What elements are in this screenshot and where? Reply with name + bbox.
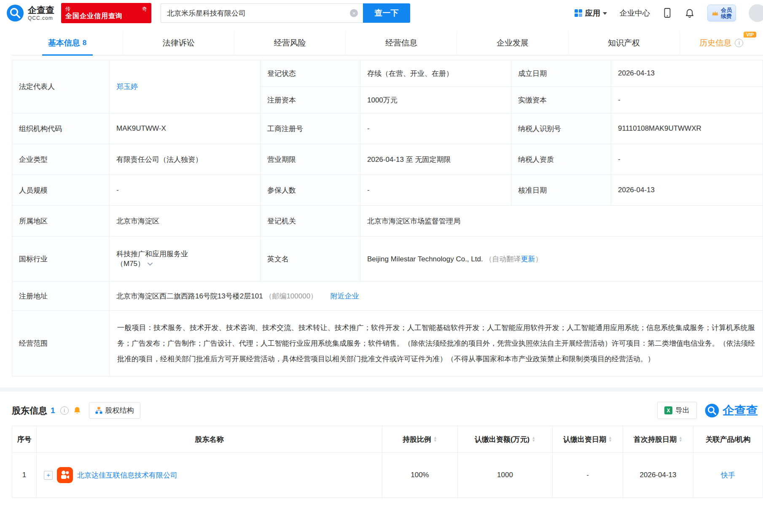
- company-type-label: 企业类型: [19, 156, 48, 164]
- english-name-label: 英文名: [267, 255, 289, 263]
- sort-icon-amount[interactable]: ▲▼: [532, 436, 535, 442]
- col-ratio-label: 持股比例: [403, 435, 431, 444]
- shareholder-amount: 1000: [497, 471, 513, 479]
- tab-basic-info[interactable]: 基本信息 8: [12, 31, 123, 55]
- notification-bell-icon[interactable]: [685, 8, 695, 19]
- col-index: 序号: [12, 426, 37, 453]
- banner-text: 全国企业信用查询: [65, 12, 147, 20]
- scope-value-cell: 一般项目：技术服务、技术开发、技术咨询、技术交流、技术转让、技术推广；软件开发；…: [110, 311, 763, 376]
- shareholder-company-link[interactable]: 北京达佳互联信息技术有限公司: [77, 470, 177, 480]
- biz-term-value-cell: 2026-04-13 至 无固定期限: [360, 144, 511, 175]
- industry-label: 国标行业: [19, 255, 48, 263]
- org-chart-icon: [95, 407, 102, 414]
- english-name-note-close: ）: [535, 255, 542, 263]
- org-code-value-cell: MAK9UTWW-X: [110, 113, 261, 144]
- col-ratio: 持股比例▲▼: [382, 426, 458, 453]
- shareholders-subscribe-bell[interactable]: [73, 406, 81, 415]
- reg-capital-label-cell: 注册资本: [261, 87, 360, 113]
- history-info-icon[interactable]: i: [735, 39, 743, 47]
- staff-size-value: -: [116, 186, 119, 194]
- approval-date-label: 核准日期: [518, 186, 547, 194]
- qcc-watermark-icon: [704, 403, 720, 418]
- tab-development-label: 企业发展: [497, 38, 529, 48]
- address-label: 注册地址: [19, 292, 48, 300]
- col-amount-label: 认缴出资额(万元): [475, 435, 529, 444]
- basic-info-table: 法定代表人 郑玉婷 登记状态 存续（在营、开业、在册） 成立日期 2026-04…: [12, 60, 763, 376]
- tab-operating-risk[interactable]: 经营风险: [234, 31, 345, 55]
- plus-glyph: +: [46, 472, 50, 478]
- legal-rep-link[interactable]: 郑玉婷: [116, 83, 138, 91]
- promo-banner[interactable]: 传 奇 全国企业信用查询: [61, 3, 151, 23]
- industry-line2-wrap: （M75）: [116, 259, 253, 269]
- col-first-hold-date-label: 首次持股日期: [634, 435, 677, 444]
- search-input-wrap: ×: [161, 3, 363, 23]
- org-code-value: MAK9UTWW-X: [116, 124, 166, 132]
- related-product-link[interactable]: 快手: [721, 471, 735, 479]
- sort-icon-ratio[interactable]: ▲▼: [433, 436, 437, 442]
- shareholders-title: 股东信息: [12, 405, 47, 416]
- tab-operating-info[interactable]: 经营信息: [345, 31, 457, 55]
- tab-history-info[interactable]: VIP 历史信息 i: [680, 31, 763, 55]
- shareholder-first-hold-date: 2026-04-13: [640, 471, 677, 479]
- address-value: 北京市海淀区西二旗西路16号院13号楼2层101: [116, 292, 263, 300]
- expand-row-button[interactable]: +: [44, 471, 53, 480]
- logo-title: 企查查: [28, 5, 54, 15]
- qcc-logo[interactable]: 企查查 QCC.com: [6, 4, 54, 22]
- shareholder-name-cell: + 北京达佳互联信息技术有限公司: [37, 453, 382, 498]
- shareholders-header: 股东信息 1 i 股权结构 X 导出 企查查: [12, 402, 751, 419]
- section-divider: [0, 387, 763, 392]
- english-name-update-link[interactable]: 更新: [521, 255, 535, 263]
- company-tabs: 基本信息 8 法律诉讼 经营风险 经营信息 企业发展 知识产权 VIP 历史信息…: [12, 31, 763, 56]
- shareholders-info-icon[interactable]: i: [60, 406, 69, 415]
- vip-tag: VIP: [744, 32, 756, 38]
- reg-capital-value-cell: 1000万元: [360, 87, 511, 113]
- company-type-value-cell: 有限责任公司（法人独资）: [110, 144, 261, 175]
- tab-legal-proceedings[interactable]: 法律诉讼: [123, 31, 234, 55]
- shareholder-amount-cell: 1000: [458, 453, 553, 498]
- taxpayer-quality-label: 纳税人资质: [518, 156, 554, 164]
- shareholders-header-row: 序号 股东名称 持股比例▲▼ 认缴出资额(万元)▲▼ 认缴出资日期▲▼ 首次持股…: [12, 426, 763, 453]
- nav-apps[interactable]: 应用: [574, 8, 607, 18]
- export-button[interactable]: X 导出: [657, 402, 697, 419]
- promo-banner-top: 传 奇: [65, 6, 147, 12]
- mobile-app-icon[interactable]: [663, 8, 672, 19]
- chevron-down-icon[interactable]: [147, 262, 153, 266]
- english-name-value: Beijing Milestar Technology Co., Ltd.: [367, 255, 483, 263]
- reg-status-value: 存续（在营、开业、在册）: [367, 70, 453, 78]
- taxpayer-id-label: 纳税人识别号: [518, 125, 561, 133]
- vip-renewal-badge[interactable]: 会员 续费: [707, 5, 736, 21]
- search-button[interactable]: 查一下: [363, 3, 410, 23]
- clear-glyph: ×: [352, 10, 356, 16]
- tab-legal-label: 法律诉讼: [163, 38, 195, 48]
- tab-basic-count: 8: [83, 39, 86, 47]
- taxpayer-id-value-cell: 91110108MAK9UTWWXR: [611, 113, 763, 144]
- org-code-label: 组织机构代码: [19, 125, 62, 133]
- clear-search-icon[interactable]: ×: [350, 9, 358, 17]
- shareholders-actions: X 导出 企查查: [657, 402, 751, 419]
- shareholders-table: 序号 股东名称 持股比例▲▼ 认缴出资额(万元)▲▼ 认缴出资日期▲▼ 首次持股…: [12, 426, 763, 498]
- paid-capital-label-cell: 实缴资本: [511, 87, 611, 113]
- shareholder-subscribe-date: -: [586, 471, 589, 479]
- nearby-companies-link[interactable]: 附近企业: [330, 292, 359, 300]
- establish-date-value-cell: 2026-04-13: [611, 60, 763, 87]
- tab-intellectual-property[interactable]: 知识产权: [568, 31, 680, 55]
- kuaishou-logo-icon: [57, 467, 73, 483]
- nav-enterprise-center[interactable]: 企业中心: [620, 8, 650, 18]
- shareholder-name-wrap: + 北京达佳互联信息技术有限公司: [37, 467, 382, 483]
- sort-icon-subscribe-date[interactable]: ▲▼: [608, 436, 612, 442]
- equity-structure-button[interactable]: 股权结构: [89, 402, 140, 419]
- search-input[interactable]: [161, 3, 363, 23]
- vip-renewal-text: 会员 续费: [721, 7, 732, 19]
- insured-count-label: 参保人数: [267, 186, 296, 194]
- avatar[interactable]: [749, 4, 763, 22]
- export-label: 导出: [675, 406, 690, 415]
- vip-line1: 会员: [721, 7, 732, 13]
- col-index-label: 序号: [17, 435, 32, 443]
- reg-authority-value-cell: 北京市海淀区市场监督管理局: [360, 206, 763, 236]
- sort-icon-first-hold-date[interactable]: ▲▼: [679, 436, 682, 442]
- biz-reg-no-value-cell: -: [360, 113, 511, 144]
- shareholder-first-hold-date-cell: 2026-04-13: [623, 453, 693, 498]
- excel-glyph: X: [666, 408, 670, 414]
- tab-enterprise-development[interactable]: 企业发展: [457, 31, 568, 55]
- equity-structure-label: 股权结构: [105, 406, 134, 415]
